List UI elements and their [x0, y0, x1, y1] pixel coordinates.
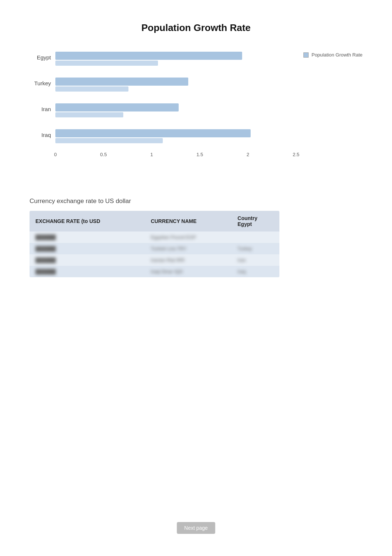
- cell-currency-name: Iraqi Dinar IQD: [145, 266, 231, 277]
- bar-label: Iraq: [30, 132, 55, 138]
- cell-country: [232, 231, 279, 243]
- cell-currency-name: Iranian Rial IRR: [145, 254, 231, 266]
- bar-fill-primary: [55, 52, 242, 60]
- table-section: Currency exchange rate to US dollar EXCH…: [30, 198, 362, 277]
- currency-table: EXCHANGE RATE (to USD CURRENCY NAME Coun…: [30, 211, 279, 277]
- bar-track: [55, 52, 296, 63]
- table-section-title: Currency exchange rate to US dollar: [30, 198, 362, 205]
- col-header-country: Country Egypt: [232, 211, 279, 231]
- cell-country: Iraq: [232, 266, 279, 277]
- cell-country: Turkey: [232, 243, 279, 254]
- chart-section: Population Growth Rate Egypt Turkey Iran: [30, 22, 362, 175]
- bar-row: Iran: [30, 100, 296, 118]
- bar-row: Egypt: [30, 48, 296, 66]
- cell-currency-name: Turkish Lira TRY: [145, 243, 231, 254]
- cell-exchange-rate: ██████: [30, 231, 145, 243]
- cell-country: Iran: [232, 254, 279, 266]
- bar-fill-secondary: [55, 86, 128, 92]
- legend-color-swatch: [303, 52, 309, 58]
- bar-row: Iraq: [30, 126, 296, 144]
- legend-label: Population Growth Rate: [312, 52, 362, 58]
- table-header-row: EXCHANGE RATE (to USD CURRENCY NAME Coun…: [30, 211, 279, 231]
- bar-label: Turkey: [30, 80, 55, 86]
- bar-fill-primary: [55, 78, 188, 86]
- legend-item: Population Growth Rate: [303, 52, 362, 58]
- cell-exchange-rate: ██████: [30, 266, 145, 277]
- cell-currency-name: Egyptian Pound EGP: [145, 231, 231, 243]
- table-row: ██████ Iranian Rial IRR Iran: [30, 254, 279, 266]
- x-tick: 0: [54, 152, 56, 157]
- x-tick: 0.5: [100, 152, 107, 157]
- chart-container: Egypt Turkey Iran: [30, 48, 362, 175]
- x-tick: 1: [150, 152, 153, 157]
- bar-fill-primary: [55, 129, 251, 137]
- bar-track: [55, 129, 296, 140]
- col-header-exchange-rate: EXCHANGE RATE (to USD: [30, 211, 145, 231]
- bar-fill-secondary: [55, 112, 123, 117]
- x-tick: 1.5: [196, 152, 203, 157]
- pagination-area: Next page: [177, 522, 215, 534]
- bar-track: [55, 103, 296, 114]
- bar-fill-secondary: [55, 61, 158, 66]
- cell-exchange-rate: ██████: [30, 254, 145, 266]
- bar-track: [55, 78, 296, 89]
- bar-row: Turkey: [30, 74, 296, 92]
- next-page-button[interactable]: Next page: [177, 522, 215, 534]
- bar-fill-secondary: [55, 138, 163, 143]
- cell-exchange-rate: ██████: [30, 243, 145, 254]
- bar-label: Iran: [30, 106, 55, 112]
- x-tick: 2.5: [293, 152, 299, 157]
- x-axis: 00.511.522.5: [55, 152, 296, 161]
- table-row: ██████ Turkish Lira TRY Turkey: [30, 243, 279, 254]
- chart-legend: Population Growth Rate: [296, 48, 362, 58]
- bar-label: Egypt: [30, 54, 55, 61]
- chart-area: Egypt Turkey Iran: [30, 48, 296, 175]
- table-row: ██████ Egyptian Pound EGP: [30, 231, 279, 243]
- table-row: ██████ Iraqi Dinar IQD Iraq: [30, 266, 279, 277]
- bar-fill-primary: [55, 103, 179, 111]
- col-header-currency-name: CURRENCY NAME: [145, 211, 231, 231]
- chart-title: Population Growth Rate: [30, 22, 362, 34]
- x-tick: 2: [247, 152, 249, 157]
